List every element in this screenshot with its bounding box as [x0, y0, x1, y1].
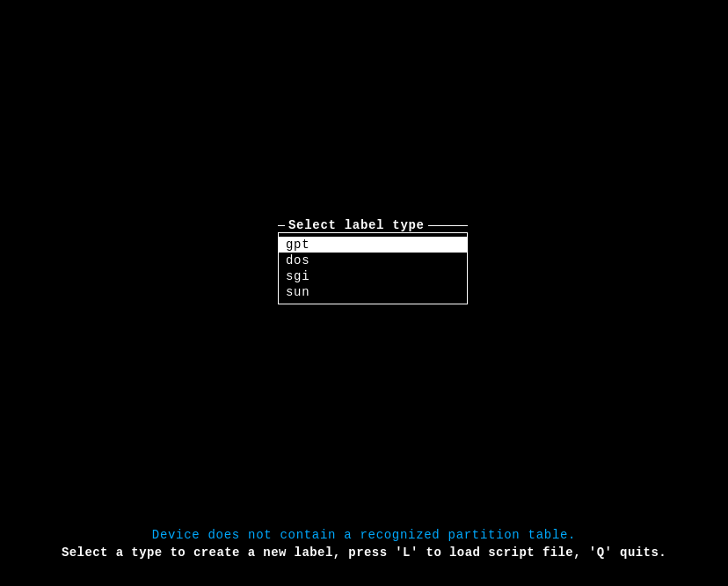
menu-item-dos[interactable]: dos	[279, 253, 467, 268]
status-line2: Select a type to create a new label, pre…	[0, 546, 728, 560]
dialog-title: Select label type	[288, 218, 425, 232]
dialog-title-bar: Select label type	[278, 218, 468, 232]
menu-item-sgi[interactable]: sgi	[279, 268, 467, 284]
terminal-screen: Select label type gpt dos sgi sun Device…	[0, 0, 728, 586]
dialog-box: gpt dos sgi sun	[278, 232, 468, 304]
menu-item-gpt[interactable]: gpt	[279, 237, 467, 253]
menu-item-sun[interactable]: sun	[279, 284, 467, 300]
status-line1: Device does not contain a recognized par…	[0, 528, 728, 542]
status-bar: Device does not contain a recognized par…	[0, 528, 728, 560]
dialog-container: Select label type gpt dos sgi sun	[278, 218, 468, 304]
